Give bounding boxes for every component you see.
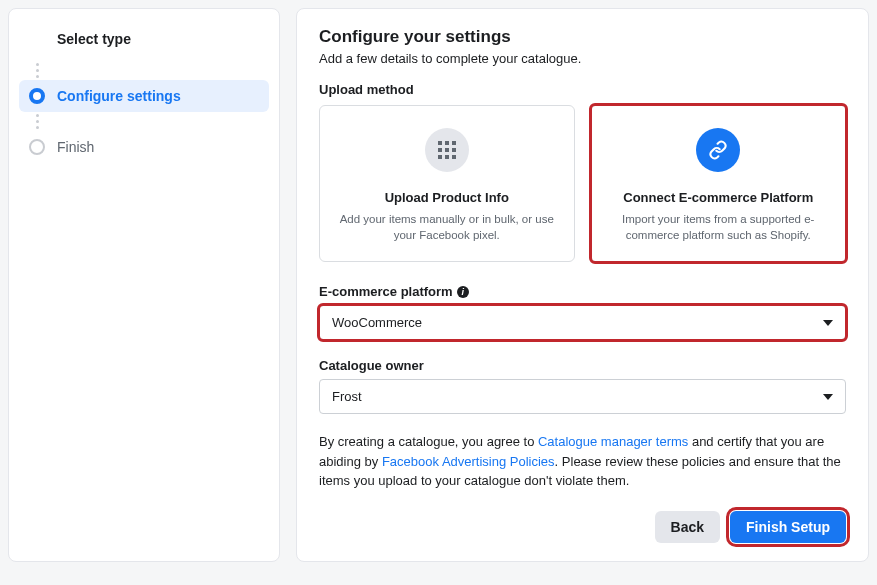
ecommerce-platform-select[interactable]: WooCommerce [319,305,846,340]
sidebar: Select type Configure settings Finish [8,8,280,562]
legal-text: By creating a catalogue, you agree to Ca… [319,432,846,491]
upload-method-label: Upload method [319,82,846,97]
svg-rect-3 [438,148,442,152]
step-label: Finish [57,139,94,155]
page-subtitle: Add a few details to complete your catal… [319,51,846,66]
card-desc: Import your items from a supported e-com… [608,211,830,243]
chevron-down-icon [823,394,833,400]
back-button[interactable]: Back [655,511,720,543]
link-catalogue-terms[interactable]: Catalogue manager terms [538,434,688,449]
select-value: WooCommerce [332,315,422,330]
card-title: Connect E-commerce Platform [608,190,830,205]
upload-method-cards: Upload Product Info Add your items manua… [319,105,846,262]
svg-rect-6 [438,155,442,159]
svg-rect-0 [438,141,442,145]
step-finish[interactable]: Finish [19,131,269,163]
catalogue-owner-field: Catalogue owner Frost [319,358,846,414]
card-title: Upload Product Info [336,190,558,205]
sidebar-heading: Select type [19,21,269,61]
info-icon[interactable]: i [457,286,469,298]
svg-rect-5 [452,148,456,152]
step-bullet-icon [29,139,45,155]
field-label: E-commerce platform i [319,284,846,299]
card-connect-ecommerce[interactable]: Connect E-commerce Platform Import your … [591,105,847,262]
step-bullet-icon [29,88,45,104]
step-connector-icon [19,63,269,78]
svg-rect-8 [452,155,456,159]
chevron-down-icon [823,320,833,326]
link-icon [696,128,740,172]
finish-setup-button[interactable]: Finish Setup [730,511,846,543]
step-connector-icon [19,114,269,129]
footer-actions: Back Finish Setup [319,511,846,543]
svg-rect-7 [445,155,449,159]
step-configure-settings[interactable]: Configure settings [19,80,269,112]
field-label: Catalogue owner [319,358,846,373]
svg-rect-4 [445,148,449,152]
app-root: Select type Configure settings Finish Co… [8,8,869,562]
page-title: Configure your settings [319,27,846,47]
main-panel: Configure your settings Add a few detail… [296,8,869,562]
ecommerce-platform-field: E-commerce platform i WooCommerce [319,284,846,340]
svg-rect-1 [445,141,449,145]
step-label: Configure settings [57,88,181,104]
card-upload-product-info[interactable]: Upload Product Info Add your items manua… [319,105,575,262]
link-advertising-policies[interactable]: Facebook Advertising Policies [382,454,555,469]
catalogue-owner-select[interactable]: Frost [319,379,846,414]
svg-rect-2 [452,141,456,145]
grid-icon [425,128,469,172]
select-value: Frost [332,389,362,404]
card-desc: Add your items manually or in bulk, or u… [336,211,558,243]
